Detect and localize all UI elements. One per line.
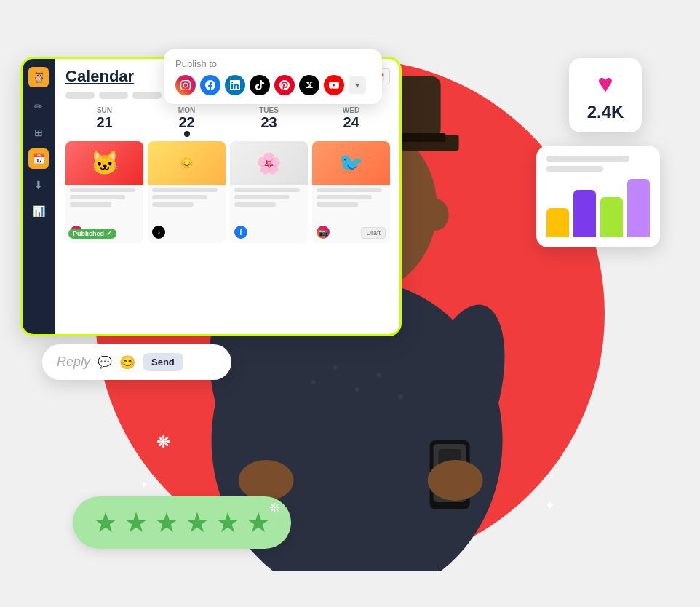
sparkle-1: ❊ — [156, 433, 170, 452]
day-cell-23: 🌸 f — [230, 141, 308, 243]
cell-content-tue — [230, 185, 308, 213]
calendar-title: Calendar — [65, 67, 134, 86]
bar-purple — [573, 190, 596, 237]
instagram-icon[interactable] — [175, 75, 196, 95]
svg-point-11 — [311, 380, 316, 384]
send-button[interactable]: Send — [143, 353, 183, 371]
reply-card: Reply 💬 😊 Send — [42, 344, 231, 380]
cell-content-wed — [312, 185, 390, 213]
bar-green — [600, 197, 623, 237]
star-2: ★ — [124, 507, 148, 539]
calendar-sidebar: 🦉 ✏ ⊞ 📅 ⬇ 📊 — [22, 58, 55, 335]
svg-point-21 — [239, 460, 294, 501]
stars-card: ★ ★ ★ ★ ★ ★ — [73, 496, 291, 549]
cell-image-sun: 🐱 — [65, 141, 143, 185]
tiktok-icon[interactable] — [250, 75, 270, 95]
filter-pill-2[interactable] — [99, 92, 128, 99]
background-wrapper: 🦉 ✏ ⊞ 📅 ⬇ 📊 Calendar ≡ ⊟ 📅 — [0, 0, 700, 607]
star-3: ★ — [154, 507, 179, 539]
cell-content-sun — [65, 185, 143, 213]
day-cell-21: 🐱 📷 Published ✓ — [65, 141, 143, 243]
message-icon: 💬 — [98, 355, 112, 369]
linkedin-icon[interactable] — [225, 75, 245, 95]
x-twitter-icon[interactable]: 𝕏 — [299, 75, 319, 95]
social-icons-row: 𝕏 ▾ — [175, 75, 370, 95]
sidebar-analytics-icon[interactable]: ⬇ — [28, 175, 49, 195]
like-card: ♥ 2.4K — [569, 58, 642, 132]
star-4: ★ — [185, 507, 210, 539]
reply-placeholder[interactable]: Reply — [57, 354, 90, 370]
like-count: 2.4K — [584, 102, 627, 122]
svg-point-13 — [355, 387, 359, 392]
bar-light-purple — [627, 179, 650, 237]
youtube-icon[interactable] — [324, 75, 344, 95]
publish-card: Publish to 𝕏 ▾ — [164, 49, 382, 104]
filter-pill-1[interactable] — [65, 92, 95, 99]
sparkle-4: ✦ — [545, 499, 554, 512]
sidebar-compose-icon[interactable]: ✏ — [28, 96, 49, 116]
sidebar-grid-icon[interactable]: ⊞ — [28, 122, 49, 143]
tiktok-badge-mon: ♪ — [152, 226, 165, 239]
cell-image-mon: 😊 — [148, 141, 226, 185]
svg-point-15 — [399, 394, 403, 399]
svg-point-4 — [423, 199, 449, 231]
star-6: ★ — [246, 507, 271, 539]
calendar-grid-header: SUN 21 MON 22 TUES 23 WED 24 — [65, 106, 390, 137]
published-badge: Published ✓ — [68, 229, 116, 239]
day-cell-22: 😊 ♪ — [148, 141, 226, 243]
day-header-wed: WED 24 — [312, 106, 390, 137]
facebook-badge-tue: f — [234, 226, 247, 239]
pinterest-icon[interactable] — [274, 75, 295, 95]
cell-image-tue: 🌸 — [230, 141, 308, 185]
like-heart-icon: ♥ — [584, 68, 627, 99]
chart-bars — [546, 179, 650, 237]
day-header-mon: MON 22 — [148, 106, 226, 137]
calendar-grid: 🐱 📷 Published ✓ 😊 — [65, 141, 390, 243]
day-header-sun: SUN 21 — [65, 106, 143, 137]
sparkle-2: ❊ — [269, 500, 280, 516]
more-platforms-btn[interactable]: ▾ — [349, 76, 366, 94]
star-5: ★ — [215, 507, 240, 539]
sidebar-calendar-icon[interactable]: 📅 — [28, 148, 49, 169]
day-header-tues: TUES 23 — [230, 106, 308, 137]
sparkle-3: ✦ — [140, 479, 148, 491]
facebook-icon[interactable] — [200, 75, 220, 95]
star-1: ★ — [93, 507, 118, 539]
hootsuite-logo[interactable]: 🦉 — [28, 67, 49, 87]
cell-content-mon — [148, 185, 226, 213]
day-cell-24: 🐦 📷 Draft — [312, 141, 390, 243]
bar-yellow — [546, 208, 569, 237]
publish-label: Publish to — [175, 58, 370, 69]
instagram-badge-wed: 📷 — [317, 226, 330, 239]
cell-image-wed: 🐦 — [312, 141, 390, 185]
chart-card — [536, 146, 660, 247]
chart-lines — [546, 156, 650, 172]
draft-badge: Draft — [361, 227, 386, 239]
emoji-icon[interactable]: 😊 — [119, 354, 135, 370]
svg-point-14 — [377, 373, 381, 377]
day-dot-mon — [184, 131, 190, 137]
filter-pill-3[interactable] — [132, 92, 162, 99]
svg-point-12 — [333, 365, 338, 370]
sidebar-reports-icon[interactable]: 📊 — [28, 201, 49, 221]
svg-point-22 — [428, 460, 483, 501]
